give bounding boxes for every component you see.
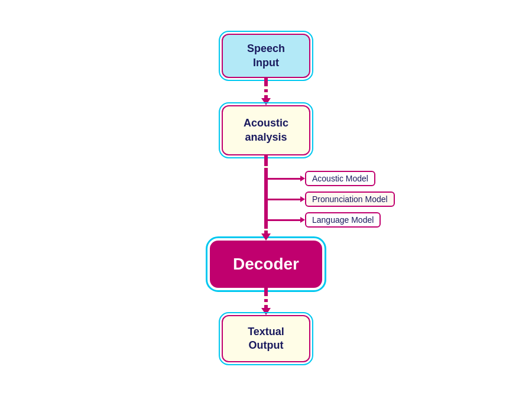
speech-input-label: SpeechInput [247, 42, 285, 70]
am-arrow-head [300, 176, 305, 181]
connector-line-1 [264, 78, 268, 86]
acoustic-model-label: Acoustic Model [305, 171, 375, 186]
lm-arrow-head [300, 217, 305, 223]
decoder-label: Decoder [233, 254, 299, 275]
middle-connector-section: Acoustic Model Pronunciation Model Langu… [261, 155, 271, 241]
lm-arrow-line [268, 219, 300, 221]
decoder-box: Decoder [210, 241, 322, 288]
vert-seg-1 [264, 155, 268, 164]
acoustic-analysis-label: Acousticanalysis [244, 116, 288, 144]
diagram: SpeechInput Acousticanalysis Acoustic Mo… [210, 34, 322, 362]
models-container: Acoustic Model Pronunciation Model Langu… [264, 168, 268, 227]
language-model-row: Language Model [268, 212, 381, 228]
arrow-connector-1 [261, 78, 271, 105]
pronunciation-model-label: Pronunciation Model [305, 191, 395, 207]
arrow-head-3 [261, 308, 271, 315]
arrow-head-1 [261, 98, 271, 105]
pm-arrow-head [300, 196, 305, 202]
connector-line-3 [264, 288, 268, 296]
arrow-connector-3 [261, 288, 271, 315]
pm-arrow-line [268, 199, 300, 200]
speech-input-box: SpeechInput [222, 34, 310, 78]
textual-output-label: TextualOutput [248, 325, 284, 353]
language-model-label: Language Model [305, 212, 381, 228]
textual-output-box: TextualOutput [222, 315, 310, 362]
pronunciation-model-row: Pronunciation Model [268, 191, 395, 207]
arrow-head-2 [261, 233, 271, 241]
am-arrow-line [268, 178, 300, 180]
acoustic-analysis-box: Acousticanalysis [222, 105, 310, 155]
acoustic-model-row: Acoustic Model [268, 171, 375, 186]
